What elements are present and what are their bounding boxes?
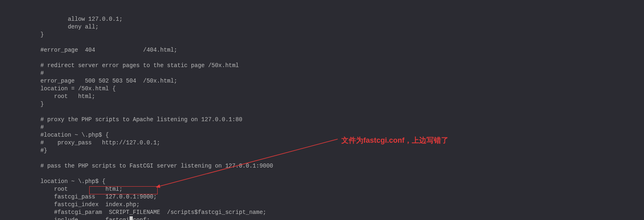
gutter: [0, 0, 13, 220]
code-line: root html;: [13, 93, 644, 100]
annotation-text: 文件为fastcgi.conf，上边写错了: [341, 137, 448, 144]
code-line: #error_page 404 /404.html;: [13, 46, 644, 54]
code-line: # redirect server error pages to the sta…: [13, 62, 644, 70]
code-line: allow 127.0.0.1;: [13, 15, 644, 23]
editor-wrapper: allow 127.0.0.1; deny all; } #error_page…: [0, 0, 644, 220]
code-line: #fastcgi_param SCRIPT_FILENAME /scripts$…: [13, 209, 644, 216]
code-line: location = /50x.html {: [13, 85, 644, 93]
code-editor[interactable]: allow 127.0.0.1; deny all; } #error_page…: [13, 0, 644, 220]
code-line: fastcgi_index index.php;: [13, 201, 644, 209]
code-line: }: [13, 100, 644, 108]
code-line: [13, 155, 644, 162]
code-line: # proxy the PHP scripts to Apache listen…: [13, 116, 644, 124]
code-line: [13, 54, 644, 62]
code-line: #: [13, 70, 644, 77]
code-lines: allow 127.0.0.1; deny all; } #error_page…: [13, 15, 644, 220]
code-line: #}: [13, 147, 644, 155]
code-line: # proxy_pass http://127.0.0.1;: [13, 139, 644, 147]
code-line: include fastcgi.conf;: [13, 216, 644, 220]
code-line: }: [13, 31, 644, 39]
code-line: #: [13, 124, 644, 131]
code-line: deny all;: [13, 23, 644, 31]
code-line: [13, 108, 644, 116]
text-cursor: .: [130, 216, 133, 220]
code-line: root html;: [13, 185, 644, 193]
code-line: [13, 39, 644, 46]
code-line: fastcgi_pass 127.0.0.1:9000;: [13, 193, 644, 201]
code-line: location ~ \.php$ {: [13, 178, 644, 185]
code-line: # pass the PHP scripts to FastCGI server…: [13, 162, 644, 170]
code-line: error_page 500 502 503 504 /50x.html;: [13, 77, 644, 85]
code-line: [13, 170, 644, 178]
code-line: #location ~ \.php$ {: [13, 131, 644, 139]
